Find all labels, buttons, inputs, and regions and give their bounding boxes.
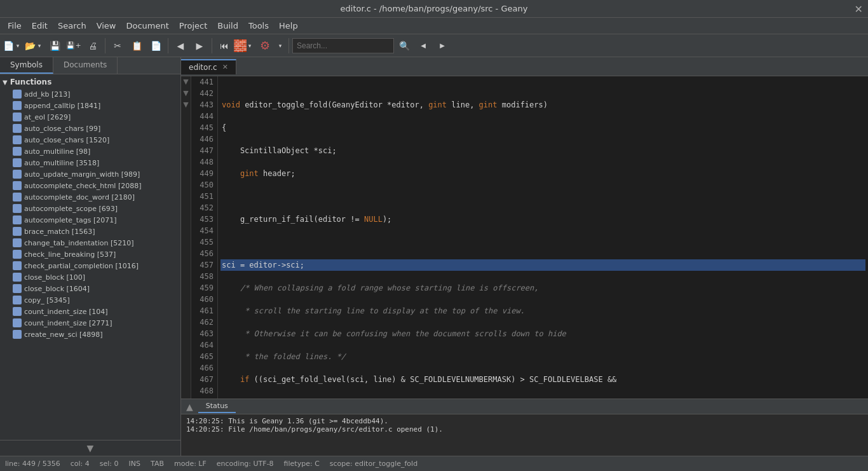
tree-item[interactable]: copy_ [5345] (0, 294, 180, 306)
tree-item[interactable]: append_calltip [1841] (0, 100, 180, 111)
menu-item-build[interactable]: Build (212, 20, 243, 32)
menu-item-help[interactable]: Help (274, 20, 303, 32)
tree-item[interactable]: check_partial_completion [1016] (0, 260, 180, 271)
svg-point-18 (15, 297, 20, 303)
code-line: void editor_toggle_fold(GeanyEditor *edi… (220, 99, 865, 111)
line-number: 452 (195, 202, 214, 214)
svg-point-6 (15, 160, 20, 165)
tree-items-container: add_kb [213]append_calltip [1841]at_eol … (0, 88, 180, 340)
tree-item[interactable]: create_new_sci [4898] (0, 329, 180, 340)
status-encoding: encoding: UTF-8 (217, 460, 274, 468)
function-icon (13, 90, 22, 99)
editor-area: editor.c ✕ ▼▼▼ 4414424434444454464474484… (181, 57, 868, 456)
build-button[interactable]: 🧱 (235, 37, 245, 55)
tree-item[interactable]: auto_multiline [3518] (0, 157, 180, 168)
tree-item[interactable]: change_tab_indentation [5210] (0, 237, 180, 249)
tree-item[interactable]: auto_update_margin_width [989] (0, 168, 180, 180)
sidebar-bottom: ▼ (0, 440, 180, 456)
menu-item-document[interactable]: Document (121, 20, 173, 32)
close-button[interactable]: ✕ (855, 3, 863, 15)
tab-documents[interactable]: Documents (53, 57, 118, 74)
tree-item[interactable]: close_block [100] (0, 271, 180, 283)
output-tab-status[interactable]: Status (198, 400, 236, 413)
svg-point-17 (15, 286, 20, 291)
tree-item-label: create_new_sci [4898] (24, 331, 103, 339)
menu-item-project[interactable]: Project (174, 20, 212, 32)
tree-item[interactable]: add_kb [213] (0, 88, 180, 100)
run-group: ▾ (275, 37, 285, 55)
tree-item[interactable]: auto_close_chars [1520] (0, 134, 180, 146)
tree-item[interactable]: autocomplete_doc_word [2180] (0, 191, 180, 203)
menu-item-view[interactable]: View (92, 20, 121, 32)
undo-button[interactable]: ◀ (172, 37, 189, 55)
status-line-info: line: 449 / 5356 (5, 460, 60, 468)
editor-tab-main[interactable]: editor.c ✕ (181, 59, 236, 74)
tree-item[interactable]: check_line_breaking [537] (0, 249, 180, 260)
tree-item[interactable]: autocomplete_tags [2071] (0, 214, 180, 226)
tree-item[interactable]: autocomplete_check_html [2088] (0, 180, 180, 191)
tree-item[interactable]: close_block [1604] (0, 283, 180, 294)
fold-marker[interactable]: ▼ (181, 88, 191, 99)
functions-tree: ▼ Functions add_kb [213]append_calltip [… (0, 74, 180, 341)
navigate-back-button[interactable]: ⏮ (215, 37, 233, 55)
paste-button[interactable]: 📄 (147, 37, 165, 55)
tree-item[interactable]: autocomplete_scope [693] (0, 203, 180, 214)
line-number: 451 (195, 191, 214, 202)
tree-item[interactable]: count_indent_size [104] (0, 306, 180, 317)
menu-item-tools[interactable]: Tools (243, 20, 274, 32)
new-file-button[interactable]: 📄 (3, 37, 13, 55)
open-file-button[interactable]: 📂 (25, 37, 35, 55)
output-collapse-button[interactable]: ▲ (181, 400, 198, 413)
functions-header[interactable]: ▼ Functions (0, 76, 180, 88)
function-icon (13, 215, 22, 224)
editor-tab-close[interactable]: ✕ (222, 63, 228, 71)
tree-item[interactable]: auto_multiline [98] (0, 146, 180, 157)
status-bar: line: 449 / 5356 col: 4 sel: 0 INS TAB m… (0, 456, 868, 471)
save-button[interactable]: 💾 (46, 37, 64, 55)
separator-1 (105, 38, 105, 53)
run-dropdown[interactable]: ▾ (276, 37, 285, 55)
svg-point-0 (15, 92, 20, 97)
line-number: 446 (195, 133, 214, 145)
tree-item[interactable]: at_eol [2629] (0, 111, 180, 123)
redo-button[interactable]: ▶ (191, 37, 208, 55)
run-button[interactable]: ⚙ (256, 37, 274, 55)
svg-point-15 (15, 263, 20, 268)
tree-item[interactable]: auto_close_chars [99] (0, 123, 180, 134)
print-button[interactable]: 🖨 (84, 37, 102, 55)
line-number: 442 (195, 88, 214, 99)
line-number: 462 (195, 317, 214, 328)
status-sel-info: sel: 0 (100, 460, 119, 468)
search-prev-button[interactable]: ◀ (414, 37, 432, 55)
copy-button[interactable]: 📋 (128, 37, 146, 55)
search-input[interactable] (292, 38, 394, 53)
function-icon (13, 307, 22, 316)
fold-marker[interactable]: ▼ (181, 76, 191, 88)
open-file-dropdown[interactable]: ▾ (35, 37, 44, 55)
tab-symbols[interactable]: Symbols (0, 57, 53, 74)
line-number: 453 (195, 214, 214, 225)
function-icon (13, 135, 22, 144)
tree-item-label: auto_close_chars [99] (24, 125, 100, 133)
tree-item[interactable]: count_indent_size [2771] (0, 317, 180, 329)
menu-item-file[interactable]: File (3, 20, 27, 32)
tree-item[interactable]: brace_match [1563] (0, 226, 180, 237)
menu-item-search[interactable]: Search (53, 20, 92, 32)
fold-marker[interactable]: ▼ (181, 99, 191, 111)
save-all-button[interactable]: 💾+ (65, 37, 83, 55)
code-line (220, 76, 865, 88)
menu-item-edit[interactable]: Edit (27, 20, 53, 32)
new-file-dropdown[interactable]: ▾ (13, 37, 22, 55)
code-area[interactable]: void editor_toggle_fold(GeanyEditor *edi… (218, 76, 868, 399)
line-number: 443 (195, 99, 214, 111)
status-tab: TAB (151, 460, 164, 468)
editor-tab-label: editor.c (189, 63, 217, 72)
svg-point-2 (15, 114, 20, 119)
build-dropdown[interactable]: ▾ (245, 37, 254, 55)
search-button[interactable]: 🔍 (395, 37, 413, 55)
search-next-button[interactable]: ▶ (433, 37, 451, 55)
line-numbers: 4414424434444454464474484494504514524534… (191, 76, 218, 399)
sidebar-collapse-button[interactable]: ▼ (87, 443, 94, 453)
sidebar-content[interactable]: ▼ Functions add_kb [213]append_calltip [… (0, 74, 180, 440)
cut-button[interactable]: ✂ (109, 37, 126, 55)
